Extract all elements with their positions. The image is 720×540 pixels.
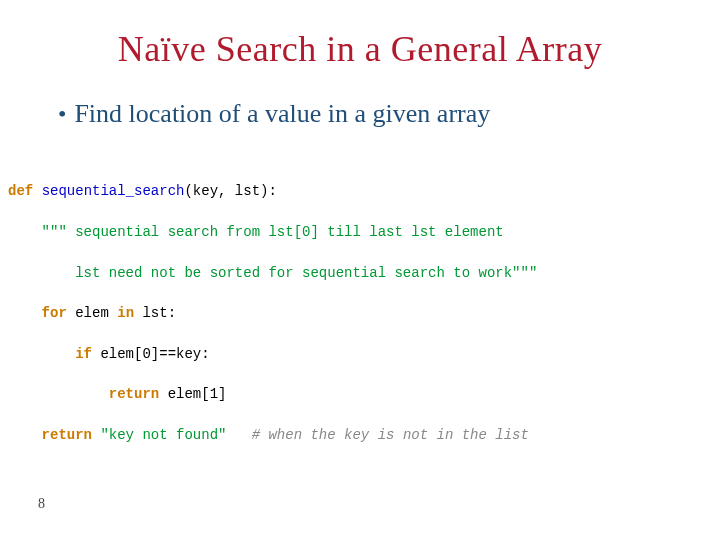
code-line-2: """ sequential search from lst[0] till l…	[8, 222, 680, 242]
docstring-1: """ sequential search from lst[0] till l…	[8, 224, 504, 240]
code-line-1: def sequential_search(key, lst):	[8, 181, 680, 201]
code-line-7: return "key not found" # when the key is…	[8, 425, 680, 445]
page-number: 8	[38, 496, 45, 512]
code-line-5: if elem[0]==key:	[8, 344, 680, 364]
kw-for: for	[8, 305, 67, 321]
kw-return-1: return	[8, 386, 159, 402]
bullet-text: Find location of a value in a given arra…	[74, 98, 490, 129]
bullet-item: • Find location of a value in a given ar…	[58, 98, 680, 129]
kw-def: def	[8, 183, 33, 199]
slide-title: Naïve Search in a General Array	[40, 28, 680, 70]
comment: # when the key is not in the list	[252, 427, 529, 443]
bullet-marker: •	[58, 100, 66, 129]
code-line-4: for elem in lst:	[8, 303, 680, 323]
code-block: def sequential_search(key, lst): """ seq…	[8, 161, 680, 486]
str-notfound: "key not found"	[92, 427, 226, 443]
kw-if: if	[8, 346, 92, 362]
kw-in: in	[117, 305, 134, 321]
kw-return-2: return	[8, 427, 92, 443]
code-line-6: return elem[1]	[8, 384, 680, 404]
docstring-2: lst need not be sorted for sequential se…	[8, 265, 537, 281]
slide: Naïve Search in a General Array • Find l…	[0, 0, 720, 540]
code-params: (key, lst):	[184, 183, 276, 199]
fn-name: sequential_search	[42, 183, 185, 199]
code-line-3: lst need not be sorted for sequential se…	[8, 263, 680, 283]
